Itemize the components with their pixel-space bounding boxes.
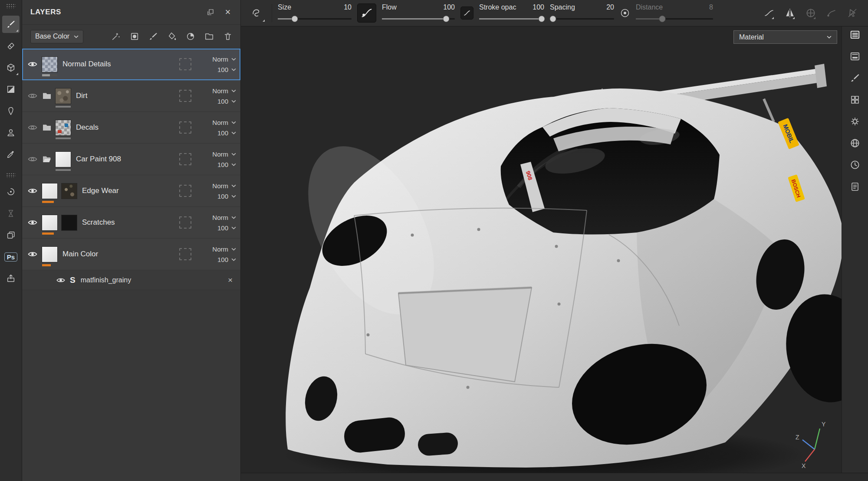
mask-drop-target[interactable] xyxy=(179,90,191,102)
add-generator-button[interactable] xyxy=(185,31,196,42)
add-smart-material-button[interactable] xyxy=(110,31,122,42)
layer-thumbnail[interactable] xyxy=(42,56,58,72)
toolbar-grip-handle[interactable] xyxy=(6,173,16,178)
export-tool[interactable] xyxy=(2,270,20,287)
layer-row-car-paint-908[interactable]: Car Paint 908 Norm 100 xyxy=(22,144,240,175)
opacity-falloff-preview-button[interactable] xyxy=(460,7,473,20)
layer-mask-thumbnail[interactable] xyxy=(61,215,77,231)
blend-mode-dropdown[interactable]: Norm xyxy=(212,214,236,221)
3d-viewport[interactable]: Material xyxy=(241,26,842,473)
layer-row-main-color[interactable]: Main Color Norm 100 xyxy=(22,239,240,270)
opacity-dropdown[interactable]: 100 xyxy=(217,256,236,263)
size-value[interactable]: 10 xyxy=(344,3,352,11)
panel-assets-button[interactable] xyxy=(848,92,862,107)
projection-tool[interactable] xyxy=(2,59,20,76)
panel-history-button[interactable] xyxy=(848,157,862,172)
layer-thumbnail[interactable] xyxy=(42,183,58,199)
panel-properties-button[interactable] xyxy=(848,49,862,64)
material-picker-tool[interactable] xyxy=(2,146,20,163)
layer-row-decals[interactable]: Decals Norm 100 xyxy=(22,112,240,144)
blend-mode-dropdown[interactable]: Norm xyxy=(212,151,236,158)
close-panel-button[interactable]: × xyxy=(222,7,233,18)
spacing-value[interactable]: 20 xyxy=(606,3,614,11)
visibility-eye-icon[interactable] xyxy=(27,122,38,133)
lazy-mouse-button[interactable] xyxy=(825,6,838,20)
layer-row-normal-details[interactable]: Normal Details Norm 100 xyxy=(22,49,240,80)
radial-symmetry-button[interactable] xyxy=(805,6,817,20)
opacity-dropdown[interactable]: 100 xyxy=(217,161,236,168)
spacing-slider[interactable] xyxy=(550,15,614,23)
blend-mode-dropdown[interactable]: Norm xyxy=(212,87,236,95)
visibility-eye-icon[interactable] xyxy=(27,186,38,196)
float-panel-button[interactable] xyxy=(205,7,216,18)
brush-falloff-preview-button[interactable] xyxy=(357,3,376,23)
mask-drop-target[interactable] xyxy=(179,216,191,229)
smudge-tool[interactable] xyxy=(2,102,20,120)
visibility-eye-icon[interactable] xyxy=(27,249,38,259)
distance-slider[interactable] xyxy=(636,15,713,23)
opacity-dropdown[interactable]: 100 xyxy=(217,129,236,137)
brush-alignment-button[interactable] xyxy=(247,3,266,23)
blend-mode-dropdown[interactable]: Norm xyxy=(212,245,236,253)
pointer-snap-button[interactable] xyxy=(846,6,858,20)
stroke-profile-button[interactable] xyxy=(763,6,775,20)
paint-brush-tool[interactable] xyxy=(2,16,20,33)
effect-row-matfinish-grainy[interactable]: S matfinish_grainy × xyxy=(22,270,240,290)
delete-layer-button[interactable] xyxy=(222,31,233,42)
blend-mode-dropdown[interactable]: Norm xyxy=(212,119,236,126)
mask-drop-target[interactable] xyxy=(179,121,191,134)
layer-mask-thumbnail[interactable] xyxy=(61,183,77,199)
flow-slider[interactable] xyxy=(382,15,455,23)
opacity-dropdown[interactable]: 100 xyxy=(217,66,236,73)
blend-mode-dropdown[interactable]: Norm xyxy=(212,56,236,63)
opacity-dropdown[interactable]: 100 xyxy=(217,193,236,200)
toolbar-grip-handle[interactable] xyxy=(6,3,16,9)
bake-tool[interactable] xyxy=(2,205,20,222)
visibility-eye-icon[interactable] xyxy=(27,217,38,228)
mask-drop-target[interactable] xyxy=(179,185,191,197)
remove-effect-button[interactable]: × xyxy=(228,275,233,285)
distance-value[interactable]: 8 xyxy=(709,3,713,11)
material-selector-dropdown[interactable]: Material xyxy=(733,30,837,44)
panel-settings-button[interactable] xyxy=(848,114,862,129)
mask-drop-target[interactable] xyxy=(179,153,191,165)
flow-value[interactable]: 100 xyxy=(443,3,455,11)
layer-thumbnail[interactable] xyxy=(55,151,71,167)
visibility-eye-icon[interactable] xyxy=(27,154,38,164)
panel-layers-button[interactable] xyxy=(848,27,862,42)
add-paint-layer-button[interactable] xyxy=(148,31,159,42)
add-fill-layer-button[interactable] xyxy=(166,31,178,42)
visibility-eye-icon[interactable] xyxy=(56,275,66,285)
polygon-fill-tool[interactable] xyxy=(2,81,20,98)
layer-thumbnail[interactable] xyxy=(42,215,58,231)
layer-row-dirt[interactable]: Dirt Norm 100 xyxy=(22,80,240,112)
layer-thumbnail[interactable] xyxy=(55,120,71,136)
add-group-button[interactable] xyxy=(204,31,215,42)
add-mask-button[interactable] xyxy=(129,31,140,42)
stroke-opacity-value[interactable]: 100 xyxy=(533,3,544,11)
clone-stamp-tool[interactable] xyxy=(2,124,20,141)
stroke-opacity-slider[interactable] xyxy=(479,15,544,23)
layer-thumbnail[interactable] xyxy=(55,88,71,104)
panel-brush-settings-button[interactable] xyxy=(848,71,862,85)
photoshop-plugin-button[interactable]: Ps xyxy=(2,248,20,265)
mask-drop-target[interactable] xyxy=(179,248,191,260)
layer-row-edge-wear[interactable]: Edge Wear Norm 100 xyxy=(22,175,240,207)
resources-tool[interactable] xyxy=(2,226,20,244)
size-slider[interactable] xyxy=(278,15,352,23)
opacity-dropdown[interactable]: 100 xyxy=(217,224,236,232)
particles-tool[interactable] xyxy=(2,183,20,200)
layer-thumbnail[interactable] xyxy=(42,246,58,262)
panel-display-settings-button[interactable] xyxy=(848,136,862,151)
chevron-down-icon xyxy=(231,226,236,229)
opacity-dropdown[interactable]: 100 xyxy=(217,98,236,105)
visibility-eye-icon[interactable] xyxy=(27,59,38,69)
eraser-tool[interactable] xyxy=(2,37,20,55)
layer-row-scratches[interactable]: Scratches Norm 100 xyxy=(22,207,240,239)
visibility-eye-icon[interactable] xyxy=(27,91,38,101)
symmetry-button[interactable] xyxy=(784,6,796,20)
panel-log-button[interactable] xyxy=(848,179,862,194)
mask-drop-target[interactable] xyxy=(179,58,191,70)
channel-selector-dropdown[interactable]: Base Color xyxy=(30,30,83,43)
blend-mode-dropdown[interactable]: Norm xyxy=(212,182,236,190)
